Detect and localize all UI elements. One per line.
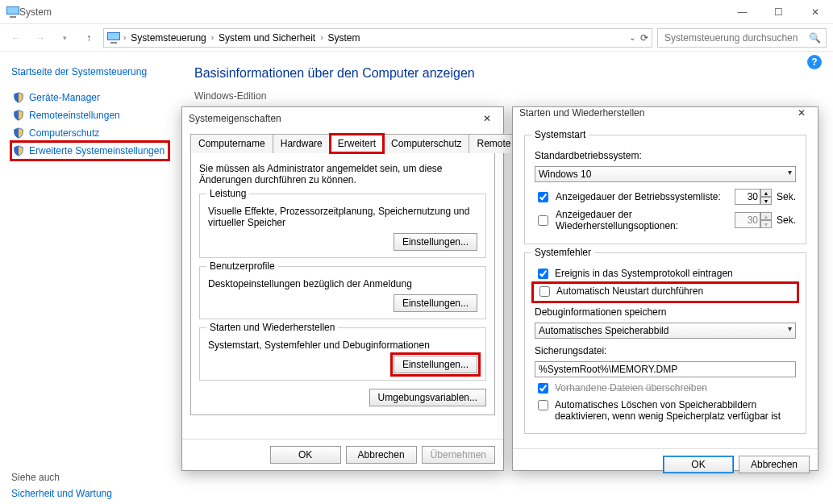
see-also-heading: Siehe auch: [11, 472, 60, 483]
group-legend: Leistung: [206, 188, 249, 199]
spin-down[interactable]: ▼: [760, 197, 772, 205]
dump-file-label: Sicherungsdatei:: [535, 345, 796, 356]
performance-settings-button[interactable]: Einstellungen...: [394, 233, 477, 251]
cancel-button[interactable]: Abbrechen: [739, 456, 810, 473]
tabs: Computername Hardware Erweitert Computer…: [190, 133, 495, 153]
apply-button[interactable]: Übernehmen: [422, 446, 495, 464]
up-button[interactable]: ↑: [79, 28, 98, 48]
overwrite-label: Vorhandene Dateien überschreiben: [555, 382, 707, 394]
write-event-label: Ereignis in das Systemprotokoll eintrage…: [555, 268, 733, 279]
search-icon: 🔍: [809, 32, 821, 44]
tab-advanced[interactable]: Erweitert: [330, 134, 384, 153]
back-button[interactable]: ←: [6, 28, 26, 48]
recovery-seconds-input: [735, 212, 760, 228]
dialog-title-text: Starten und Wiederherstellen: [519, 107, 644, 119]
help-icon[interactable]: ?: [807, 55, 822, 69]
sidebar-item-remote-settings[interactable]: Remoteeinstellungen: [11, 106, 169, 124]
see-also-link-security[interactable]: Sicherheit und Wartung: [11, 488, 112, 499]
shield-icon: [13, 110, 24, 121]
dialog-titlebar: Starten und Wiederherstellen ✕: [513, 107, 818, 119]
group-startup-recovery: Starten und Wiederherstellen Systemstart…: [199, 327, 486, 381]
seconds-label: Sek.: [777, 215, 796, 226]
dialog-titlebar: Systemeigenschaften ✕: [182, 107, 503, 130]
env-vars-button[interactable]: Umgebungsvariablen...: [369, 389, 486, 406]
cancel-button[interactable]: Abbrechen: [346, 446, 417, 464]
breadcrumb-seg[interactable]: System und Sicherheit: [217, 32, 317, 44]
dump-type-select-wrap: Automatisches Speicherabbild: [535, 323, 796, 339]
breadcrumb-seg[interactable]: Systemsteuerung: [129, 32, 207, 44]
ok-button[interactable]: OK: [270, 446, 341, 464]
titlebar: System — ☐ ✕: [0, 0, 833, 24]
address-dropdown-icon[interactable]: ⌄: [629, 33, 635, 42]
auto-restart-checkbox[interactable]: [539, 286, 550, 297]
search-box[interactable]: 🔍: [657, 28, 827, 48]
sidebar-item-system-protection[interactable]: Computerschutz: [11, 124, 169, 142]
search-input[interactable]: [663, 31, 821, 44]
spin-down: ▼: [760, 220, 772, 228]
default-os-label: Standardbetriebssystem:: [535, 150, 796, 161]
group-legend: Benutzerprofile: [206, 260, 278, 272]
shield-icon: [13, 92, 24, 103]
sidebar-item-device-manager[interactable]: Geräte-Manager: [11, 89, 169, 106]
tab-computername[interactable]: Computername: [190, 134, 273, 153]
navbar: ← → ▾ ↑ › Systemsteuerung › System und S…: [0, 24, 833, 52]
sidebar-item-advanced-settings[interactable]: Erweiterte Systemeinstellungen: [11, 142, 169, 160]
startup-settings-button[interactable]: Einstellungen...: [394, 356, 477, 373]
maximize-button[interactable]: ☐: [760, 0, 797, 24]
dialog-button-row: OK Abbrechen Übernehmen: [182, 439, 503, 470]
addressbar-icon: [107, 32, 120, 44]
group-desc: Systemstart, Systemfehler und Debuginfor…: [208, 339, 477, 351]
page-title: Basisinformationen über den Computer anz…: [194, 66, 823, 81]
recovery-seconds-spinner[interactable]: ▲▼: [735, 212, 772, 228]
address-bar[interactable]: › Systemsteuerung › System und Sicherhei…: [103, 28, 652, 48]
sidebar-item-label: Remoteeinstellungen: [29, 110, 120, 121]
recent-dropdown[interactable]: ▾: [55, 28, 74, 48]
control-panel-home-link[interactable]: Startseite der Systemsteuerung: [11, 66, 169, 77]
close-button[interactable]: ✕: [797, 0, 833, 24]
group-system-start: Systemstart Standardbetriebssystem: Wind…: [524, 135, 806, 244]
dialog-startup-recovery: Starten und Wiederherstellen ✕ Systemsta…: [512, 106, 818, 471]
ok-button[interactable]: OK: [663, 456, 734, 473]
write-event-checkbox[interactable]: [538, 269, 548, 279]
refresh-icon[interactable]: ⟳: [640, 32, 648, 44]
auto-restart-label: Automatisch Neustart durchführen: [556, 285, 703, 297]
forward-button[interactable]: →: [31, 28, 50, 48]
dialog-close-button[interactable]: ✕: [477, 113, 497, 124]
sidebar-item-label: Computerschutz: [29, 127, 99, 139]
chevron-right-icon: ›: [320, 33, 323, 42]
sidebar-item-label: Erweiterte Systemeinstellungen: [29, 145, 165, 156]
dump-type-select[interactable]: Automatisches Speicherabbild: [535, 323, 796, 339]
tab-system-protection[interactable]: Computerschutz: [383, 134, 469, 153]
group-legend: Systemfehler: [531, 247, 594, 258]
shield-icon: [13, 127, 24, 139]
shield-icon: [13, 145, 24, 156]
auto-delete-checkbox[interactable]: [538, 400, 548, 410]
show-os-list-checkbox[interactable]: [538, 192, 548, 202]
group-legend: Systemstart: [531, 129, 589, 140]
minimize-button[interactable]: —: [724, 0, 760, 24]
tab-hardware[interactable]: Hardware: [273, 134, 331, 153]
breadcrumb-seg[interactable]: System: [326, 32, 361, 44]
dialog-button-row: OK Abbrechen: [513, 448, 818, 480]
chevron-right-icon: ›: [211, 33, 214, 42]
os-list-seconds-spinner[interactable]: ▲▼: [735, 189, 772, 205]
spin-up[interactable]: ▲: [760, 189, 772, 197]
os-list-seconds-input[interactable]: [735, 189, 760, 205]
window-title: System: [19, 6, 52, 18]
show-recovery-checkbox[interactable]: [538, 215, 548, 226]
default-os-select-wrap: Windows 10: [535, 166, 796, 182]
group-system-failure: Systemfehler Ereignis in das Systemproto…: [524, 252, 806, 434]
group-legend: Starten und Wiederherstellen: [206, 322, 338, 333]
overwrite-checkbox[interactable]: [538, 383, 548, 394]
dump-file-input[interactable]: [535, 361, 796, 377]
section-heading: Windows-Edition: [194, 90, 823, 102]
sidebar: Startseite der Systemsteuerung Geräte-Ma…: [0, 52, 173, 504]
dialog-system-properties: Systemeigenschaften ✕ Computername Hardw…: [181, 106, 504, 471]
system-icon: [6, 6, 19, 18]
dialog-close-button[interactable]: ✕: [792, 107, 811, 119]
admin-note: Sie müssen als Administrator angemeldet …: [199, 163, 486, 185]
profiles-settings-button[interactable]: Einstellungen...: [394, 294, 477, 312]
default-os-select[interactable]: Windows 10: [535, 166, 796, 182]
group-performance: Leistung Visuelle Effekte, Prozessorzeit…: [199, 194, 486, 258]
seconds-label: Sek.: [777, 191, 796, 202]
